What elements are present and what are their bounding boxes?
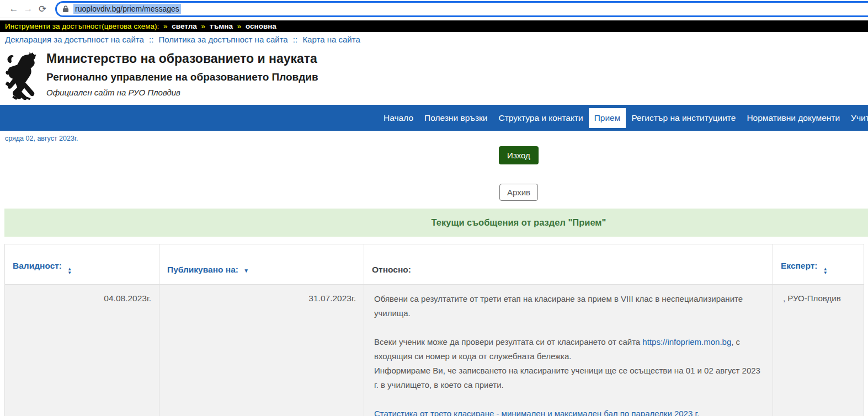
link-separator: :: [293,35,297,44]
accessibility-declaration-link[interactable]: Декларация за достъпност на сайта [5,35,144,44]
nav-item-institutions-register[interactable]: Регистър на институциите [626,108,741,128]
site-titles: Министерство на образованието и науката … [46,50,318,100]
site-subtitle: Регионално управление на образованието П… [46,71,318,83]
header-expert[interactable]: Експерт: ▲▼ [773,244,864,285]
accessibility-bar: Инструменти за достъпност(цветова схема)… [0,20,868,32]
scheme-dark-link[interactable]: тъмна [210,22,233,30]
table-header-row: Валидност: ▲▼ Публикувано на: ▼ Относно:… [5,244,864,285]
accessibility-label: Инструменти за достъпност(цветова схема)… [5,22,159,30]
message-paragraph: Обявени са резултатите от трети етап на … [374,292,762,321]
main-nav: Начало Полезни връзки Структура и контак… [0,105,868,131]
section-banner: Текущи съобщения от раздел "Прием" [4,209,868,237]
nav-item-admission[interactable]: Прием [589,108,626,128]
sitemap-link[interactable]: Карта на сайта [302,35,360,44]
header-validity-label: Валидност: [13,261,62,270]
message-paragraph: Статистика от трето класиране - минимале… [374,407,762,416]
url-text[interactable]: ruoplovdiv.bg/priem/messages [73,4,181,14]
ministry-lion-logo [4,50,40,100]
statistics-link[interactable]: Статистика от трето класиране - минимале… [374,409,699,416]
site-title: Министерство на образованието и науката [46,51,318,67]
published-cell: 31.07.2023г. [159,285,364,416]
sort-desc-icon: ▼ [243,268,249,274]
accessibility-policy-link[interactable]: Политика за достъпност на сайта [159,35,288,44]
browser-window: ← → ⟳ ruoplovdiv.bg/priem/messages Инстр… [0,0,868,416]
sort-both-icon: ▲▼ [67,267,72,275]
message-row: 04.08.2023г. 31.07.2023г. Обявени са рез… [5,285,864,416]
header-published[interactable]: Публикувано на: ▼ [159,244,364,285]
header-published-label: Публикувано на: [167,265,238,274]
nav-item-home[interactable]: Начало [378,108,419,128]
expert-cell: , РУО-Пловдив [773,285,864,416]
current-date: сряда 02, август 2023г. [0,131,868,142]
header-subject: Относно: [364,244,773,285]
scheme-light-link[interactable]: светла [172,22,196,30]
header-validity[interactable]: Валидност: ▲▼ [5,244,159,285]
accessibility-links-row: Декларация за достъпност на сайта :: Пол… [0,32,868,44]
chevron-separator: » [237,22,242,30]
back-icon[interactable]: ← [7,3,21,14]
message-text: Всеки ученик може да провери резултата с… [374,337,642,346]
subject-cell: Обявени са резултатите от трети етап на … [364,285,773,416]
chevron-separator: » [201,22,206,30]
scheme-default-link[interactable]: основна [246,22,276,30]
site-tagline: Официален сайт на РУО Пловдив [46,88,318,97]
nav-item-teachers[interactable]: Учители [845,108,868,128]
site-header: Министерство на образованието и науката … [0,44,868,100]
infopriem-link[interactable]: https://infopriem.mon.bg [642,337,731,346]
messages-table: Валидност: ▲▼ Публикувано на: ▼ Относно:… [4,244,864,416]
chevron-separator: » [163,22,168,30]
validity-cell: 04.08.2023г. [5,285,159,416]
nav-item-normative-documents[interactable]: Нормативни документи [741,108,845,128]
header-expert-label: Експерт: [781,261,818,270]
logout-button[interactable]: Изход [499,146,539,164]
reload-icon[interactable]: ⟳ [35,3,50,15]
sort-both-icon: ▲▼ [823,267,828,275]
nav-item-useful-links[interactable]: Полезни връзки [419,108,493,128]
lock-icon [62,5,69,13]
address-bar[interactable]: ruoplovdiv.bg/priem/messages [55,1,868,17]
content-column: Изход Архив Текущи съобщения от раздел "… [0,146,868,237]
nav-item-structure-contacts[interactable]: Структура и контакти [493,108,588,128]
forward-icon[interactable]: → [21,3,35,14]
message-text: Информираме Ви, че записването на класир… [374,366,760,390]
header-subject-label: Относно: [372,265,411,274]
link-separator: :: [149,35,153,44]
banner-title: Текущи съобщения от раздел "Прием" [432,217,606,227]
browser-toolbar: ← → ⟳ ruoplovdiv.bg/priem/messages [0,0,868,18]
archive-button[interactable]: Архив [499,184,538,201]
message-paragraph: Всеки ученик може да провери резултата с… [374,335,762,392]
